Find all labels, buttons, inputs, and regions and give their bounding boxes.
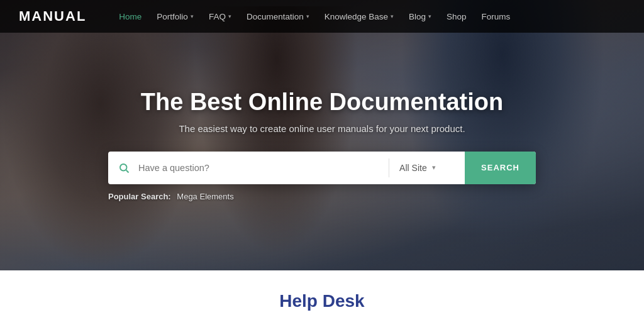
chevron-down-icon: ▾: [306, 13, 309, 19]
chevron-down-icon: ▾: [391, 13, 394, 19]
navbar: MANUAL Home Portfolio ▾ FAQ ▾ Documentat…: [0, 0, 644, 33]
chevron-down-icon: ▾: [432, 163, 436, 172]
chevron-down-icon: ▾: [428, 13, 431, 19]
nav-item-documentation[interactable]: Documentation ▾: [239, 12, 317, 21]
nav-link-portfolio[interactable]: Portfolio ▾: [149, 12, 201, 21]
nav-link-home[interactable]: Home: [111, 12, 149, 21]
nav-item-portfolio[interactable]: Portfolio ▾: [149, 12, 201, 21]
nav-link-forums[interactable]: Forums: [474, 12, 518, 21]
search-icon-wrap: [108, 162, 138, 174]
hero-section: MANUAL Home Portfolio ▾ FAQ ▾ Documentat…: [0, 0, 644, 270]
popular-search-label: Popular Search:: [108, 192, 171, 201]
nav-item-blog[interactable]: Blog ▾: [401, 12, 439, 21]
nav-item-home[interactable]: Home: [111, 12, 149, 21]
help-desk-title: Help Desk: [279, 291, 364, 311]
nav-link-blog[interactable]: Blog ▾: [401, 12, 439, 21]
bottom-section: Help Desk: [0, 270, 644, 332]
nav-menu: Home Portfolio ▾ FAQ ▾ Documentation ▾: [111, 12, 518, 21]
chevron-down-icon: ▾: [228, 13, 231, 19]
nav-link-faq[interactable]: FAQ ▾: [201, 12, 239, 21]
search-input[interactable]: [138, 163, 389, 173]
nav-item-faq[interactable]: FAQ ▾: [201, 12, 239, 21]
nav-item-knowledge-base[interactable]: Knowledge Base ▾: [317, 12, 401, 21]
hero-subtitle: The easiest way to create online user ma…: [108, 123, 536, 134]
nav-item-shop[interactable]: Shop: [439, 12, 474, 21]
hero-title: The Best Online Documentation: [108, 89, 536, 116]
search-scope-label: All Site: [399, 163, 427, 173]
popular-search: Popular Search: Mega Elements: [108, 192, 536, 201]
chevron-down-icon: ▾: [191, 13, 194, 19]
search-bar: All Site ▾ SEARCH: [108, 152, 536, 184]
svg-line-1: [126, 170, 129, 172]
popular-search-link[interactable]: Mega Elements: [177, 192, 233, 201]
nav-item-forums[interactable]: Forums: [474, 12, 518, 21]
nav-link-documentation[interactable]: Documentation ▾: [239, 12, 317, 21]
svg-point-0: [120, 164, 127, 171]
nav-link-knowledge-base[interactable]: Knowledge Base ▾: [317, 12, 401, 21]
search-scope-dropdown[interactable]: All Site ▾: [389, 163, 465, 173]
search-icon: [118, 162, 130, 174]
hero-content: The Best Online Documentation The easies…: [96, 89, 548, 201]
site-logo[interactable]: MANUAL: [19, 8, 86, 25]
search-button[interactable]: SEARCH: [465, 152, 536, 184]
nav-link-shop[interactable]: Shop: [439, 12, 474, 21]
